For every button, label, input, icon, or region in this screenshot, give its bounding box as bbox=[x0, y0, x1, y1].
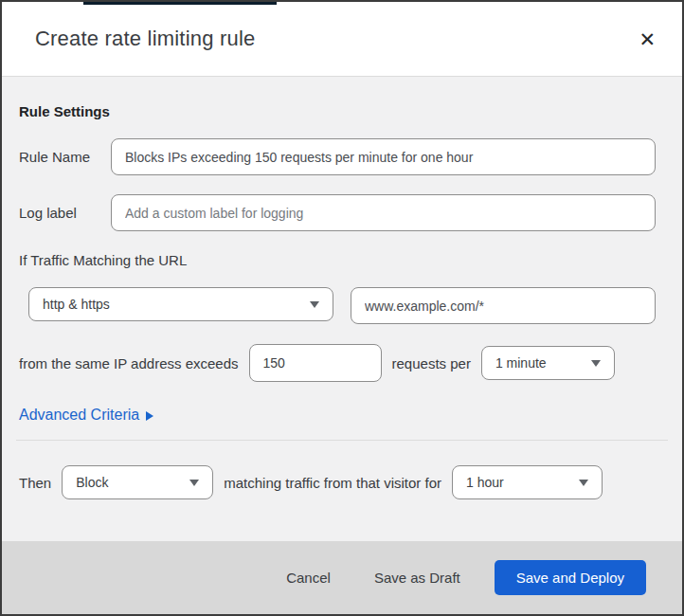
url-match-row: http & https bbox=[28, 287, 656, 324]
chevron-down-icon bbox=[579, 480, 588, 486]
period-select[interactable]: 1 minute bbox=[481, 346, 615, 380]
threshold-middle-text: requests per bbox=[392, 355, 471, 371]
url-input[interactable] bbox=[351, 287, 656, 324]
then-row: Then Block matching traffic from that vi… bbox=[19, 465, 656, 499]
section-divider bbox=[16, 440, 668, 441]
duration-select-value: 1 hour bbox=[466, 475, 504, 490]
save-and-deploy-button[interactable]: Save and Deploy bbox=[495, 560, 646, 595]
advanced-criteria-link[interactable]: Advanced Criteria bbox=[19, 407, 153, 424]
chevron-down-icon bbox=[591, 360, 601, 367]
threshold-prefix-text: from the same IP address exceeds bbox=[19, 355, 239, 371]
page-behind-strip bbox=[83, 2, 277, 5]
rule-name-row: Rule Name bbox=[19, 138, 656, 175]
rule-name-label: Rule Name bbox=[19, 149, 111, 165]
advanced-criteria-label: Advanced Criteria bbox=[19, 407, 139, 424]
scheme-select[interactable]: http & https bbox=[28, 287, 333, 321]
save-as-draft-button[interactable]: Save as Draft bbox=[365, 562, 470, 593]
log-label-input[interactable] bbox=[111, 194, 656, 231]
scheme-select-value: http & https bbox=[43, 297, 110, 312]
rule-settings-heading: Rule Settings bbox=[19, 103, 656, 119]
dialog-title: Create rate limiting rule bbox=[35, 27, 255, 51]
close-icon[interactable]: ✕ bbox=[635, 26, 659, 53]
duration-select[interactable]: 1 hour bbox=[452, 465, 603, 499]
triangle-right-icon bbox=[146, 411, 153, 421]
chevron-down-icon bbox=[310, 301, 319, 308]
create-rate-limiting-rule-dialog: Create rate limiting rule ✕ Rule Setting… bbox=[0, 0, 684, 616]
action-select-value: Block bbox=[76, 475, 108, 490]
dialog-header: Create rate limiting rule ✕ bbox=[2, 2, 682, 77]
chevron-down-icon bbox=[189, 480, 199, 486]
action-select[interactable]: Block bbox=[62, 465, 213, 499]
log-label-row: Log label bbox=[19, 194, 656, 231]
rule-name-input[interactable] bbox=[111, 138, 656, 175]
then-middle-text: matching traffic from that visitor for bbox=[224, 475, 441, 491]
then-label: Then bbox=[19, 475, 51, 491]
dialog-footer: Cancel Save as Draft Save and Deploy bbox=[2, 541, 682, 614]
traffic-match-heading: If Traffic Matching the URL bbox=[19, 252, 656, 268]
threshold-row: from the same IP address exceeds request… bbox=[19, 344, 656, 382]
threshold-input[interactable] bbox=[249, 344, 382, 382]
log-label-label: Log label bbox=[19, 205, 111, 221]
period-select-value: 1 minute bbox=[495, 355, 547, 371]
dialog-body: Rule Settings Rule Name Log label If Tra… bbox=[2, 77, 682, 541]
cancel-button[interactable]: Cancel bbox=[277, 562, 340, 593]
